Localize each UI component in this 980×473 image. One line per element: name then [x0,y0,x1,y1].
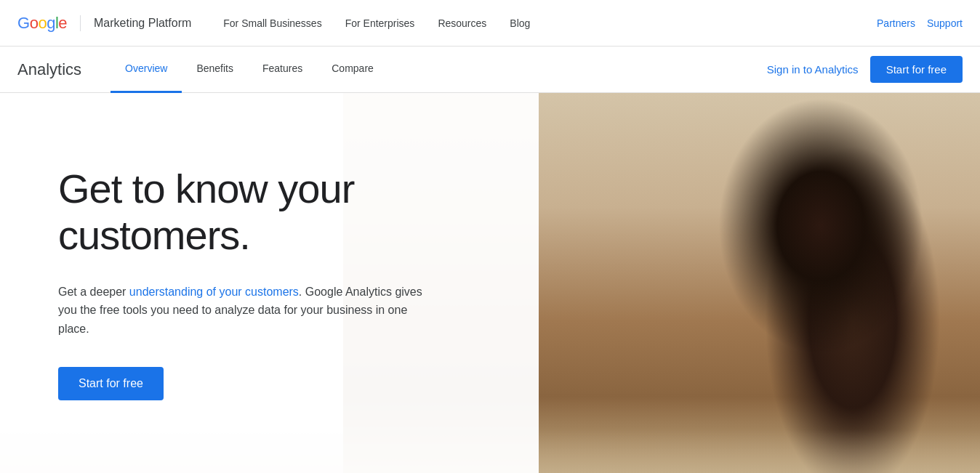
sec-nav-features[interactable]: Features [248,47,317,93]
hero-description: Get a deeper understanding of your custo… [58,283,436,339]
logo-g: G [17,14,30,33]
sec-nav-compare[interactable]: Compare [317,47,388,93]
hero-content-card: Get to know your customers. Get a deeper… [0,93,539,473]
top-nav-links: For Small Businesses For Enterprises Res… [214,12,877,35]
logo-area: Google Marketing Platform [17,14,191,33]
nav-enterprises[interactable]: For Enterprises [337,12,424,35]
top-nav-right: Partners Support [877,17,963,29]
hero-description-plain: Get a deeper [58,286,129,298]
nav-blog[interactable]: Blog [501,12,539,35]
hero-title: Get to know your customers. [58,166,481,259]
logo-o2: o [38,14,47,33]
sec-nav-overview[interactable]: Overview [111,47,182,93]
start-free-button-header[interactable]: Start for free [870,56,963,83]
secondary-nav-right: Sign in to Analytics Start for free [767,56,963,83]
hero-description-highlight: understanding of your customers [129,286,299,298]
support-link[interactable]: Support [927,17,963,29]
hero-start-free-button[interactable]: Start for free [58,367,164,400]
logo-o1: o [30,14,39,33]
product-name: Marketing Platform [94,17,191,30]
logo-g2: g [47,14,55,33]
logo-e: e [58,14,67,33]
nav-small-businesses[interactable]: For Small Businesses [214,12,330,35]
partners-link[interactable]: Partners [877,17,915,29]
top-navigation: Google Marketing Platform For Small Busi… [0,0,980,47]
sec-nav-benefits[interactable]: Benefits [182,47,248,93]
analytics-brand: Analytics [17,60,81,79]
secondary-nav-links: Overview Benefits Features Compare [111,47,767,93]
logo-divider [80,15,81,31]
google-logo: Google [17,14,67,33]
hero-section: Get to know your customers. Get a deeper… [0,93,980,473]
sign-in-link[interactable]: Sign in to Analytics [767,63,859,76]
nav-resources[interactable]: Resources [429,12,495,35]
secondary-navigation: Analytics Overview Benefits Features Com… [0,47,980,93]
